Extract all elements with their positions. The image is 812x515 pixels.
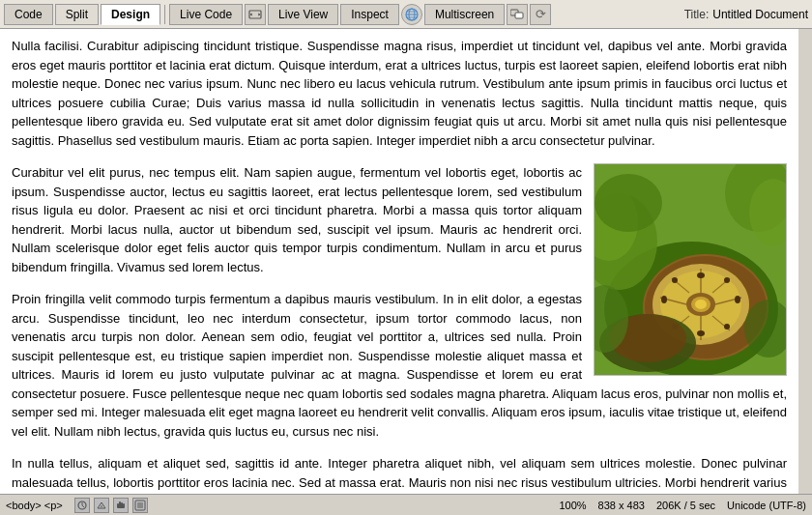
encoding: Unicode (UTF-8) <box>727 500 806 511</box>
status-icon-hand[interactable] <box>113 498 129 513</box>
html-tags: <body> <p> <box>6 500 63 511</box>
svg-rect-52 <box>137 502 143 508</box>
svg-point-27 <box>672 277 678 283</box>
multiscreen-icon[interactable] <box>507 4 528 25</box>
status-icon-3[interactable] <box>132 498 148 513</box>
btn-live-code[interactable]: Live Code <box>169 4 243 25</box>
btn-inspect[interactable]: Inspect <box>340 4 399 25</box>
svg-point-26 <box>735 296 740 303</box>
title-label: Title: <box>684 8 710 21</box>
statusbar: <body> <p> 100% 838 x 483 206K / 5 sec U… <box>0 494 812 515</box>
svg-point-32 <box>695 300 707 309</box>
separator-1 <box>164 5 165 24</box>
kiwi-image-container <box>594 163 787 376</box>
zoom-level: 100% <box>559 500 586 511</box>
svg-line-44 <box>82 505 84 507</box>
btn-multiscreen[interactable]: Multiscreen <box>424 4 505 25</box>
dimensions: 838 x 483 <box>598 500 645 511</box>
toolbar: Code Split Design Live Code Live View In… <box>0 0 812 29</box>
svg-point-35 <box>594 174 662 232</box>
status-icon-1[interactable] <box>74 498 90 513</box>
svg-point-24 <box>697 330 705 336</box>
live-code-icon-btn[interactable] <box>245 4 266 25</box>
editor-area[interactable]: Nulla facilisi. Curabitur adipiscing tin… <box>0 29 812 494</box>
document-title: Untitled Document <box>712 8 808 21</box>
svg-point-28 <box>724 277 730 283</box>
filesize: 206K / 5 sec <box>656 500 715 511</box>
paragraph-2: Curabitur vel elit purus, nec tempus eli… <box>12 163 787 276</box>
status-right: 100% 838 x 483 206K / 5 sec Unicode (UTF… <box>559 500 806 511</box>
svg-point-30 <box>724 324 730 329</box>
svg-rect-7 <box>515 13 523 18</box>
paragraph-1: Nulla facilisi. Curabitur adipiscing tin… <box>12 37 787 150</box>
svg-rect-50 <box>117 505 125 508</box>
kiwi-image <box>594 164 787 376</box>
tab-split[interactable]: Split <box>55 4 99 25</box>
btn-live-view[interactable]: Live View <box>268 4 338 25</box>
tab-code[interactable]: Code <box>4 4 53 25</box>
status-icons-group <box>74 498 148 513</box>
svg-point-23 <box>697 272 705 278</box>
tab-design[interactable]: Design <box>101 4 160 25</box>
globe-icon[interactable] <box>401 4 422 25</box>
svg-point-25 <box>661 296 667 303</box>
refresh-button[interactable]: ⟳ <box>530 4 551 25</box>
paragraph-4: In nulla tellus, aliquam et aliquet sed,… <box>12 454 787 494</box>
content-text: Nulla facilisi. Curabitur adipiscing tin… <box>12 37 787 494</box>
status-icon-2[interactable] <box>94 498 109 513</box>
title-area: Title: Untitled Document <box>684 8 808 21</box>
